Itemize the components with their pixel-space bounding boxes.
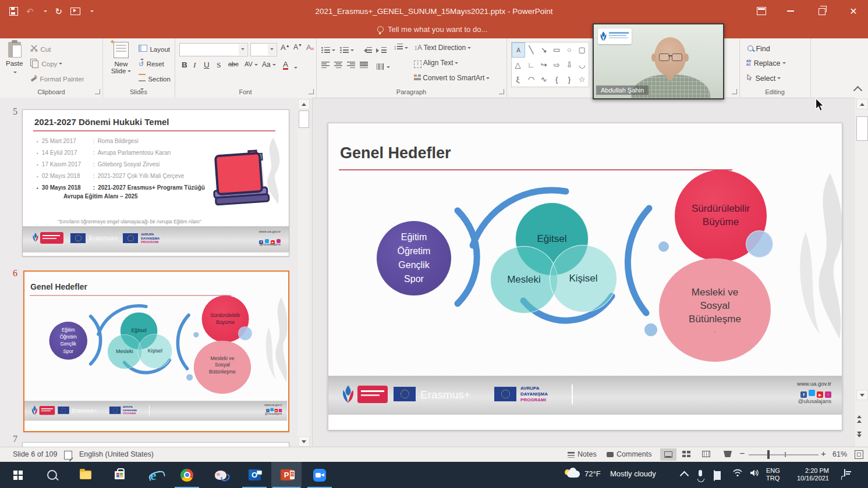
scroll-up-button[interactable] <box>856 99 868 109</box>
main-scrollbar[interactable] <box>855 98 868 447</box>
action-center-icon[interactable] <box>844 469 845 480</box>
text-direction-button[interactable]: ↕A Text Direction <box>414 44 471 52</box>
scroll-down-button[interactable] <box>856 390 868 400</box>
increase-font-size-button[interactable]: A▲ <box>281 43 290 52</box>
align-right-button[interactable] <box>347 62 355 68</box>
powerpoint-button[interactable]: P <box>271 462 302 488</box>
line-spacing-button[interactable]: ↕ <box>394 44 408 51</box>
venn-circle-left[interactable]: Mesleki <box>490 246 558 314</box>
change-case-button[interactable]: Aa <box>262 60 276 69</box>
file-explorer-button[interactable] <box>72 462 99 488</box>
shape-gallery-item[interactable]: ξ <box>512 72 524 86</box>
bullets-button[interactable] <box>321 45 335 55</box>
text-shadow-button[interactable]: S <box>217 60 221 70</box>
language-status[interactable]: English (United States) <box>79 450 154 458</box>
panel-scroll-down-button[interactable] <box>298 436 310 447</box>
slide5-thumbnail[interactable]: 2021-2027 Dönemi Hukuki Temel ▪25 Mart 2… <box>22 109 289 257</box>
slide-canvas[interactable]: Genel Hedefler EğitimÖğretimGençlikSpor … <box>328 123 842 430</box>
notes-button[interactable]: Notes <box>568 450 597 458</box>
shape-gallery-item[interactable]: △ <box>512 58 524 72</box>
shape-gallery-item[interactable]: ⇨ <box>551 58 563 72</box>
shape-gallery-item[interactable]: ○ <box>563 42 575 56</box>
tell-me-box[interactable]: Tell me what you want to do... <box>377 25 487 34</box>
shape-gallery-item[interactable]: ☆ <box>576 72 588 86</box>
numbering-button[interactable] <box>340 45 354 55</box>
find-button[interactable]: Find <box>747 43 770 54</box>
shape-gallery-item[interactable]: ╲ <box>525 42 537 56</box>
drawing-dialog-launcher-icon[interactable] <box>732 89 737 94</box>
restore-button[interactable] <box>809 0 835 22</box>
clipboard-dialog-launcher-icon[interactable] <box>95 89 100 94</box>
weather-temp[interactable]: 72°F <box>584 469 601 478</box>
font-dialog-launcher-icon[interactable] <box>309 89 314 94</box>
shape-gallery-item[interactable]: ▢ <box>576 42 588 56</box>
increase-indent-button[interactable] <box>376 45 387 55</box>
comments-button[interactable]: Comments <box>607 450 651 458</box>
convert-to-smartart-button[interactable]: Convert to SmartArt <box>414 74 490 82</box>
character-spacing-button[interactable]: AV <box>245 60 258 67</box>
zoom-slider-track[interactable] <box>749 454 819 455</box>
italic-button[interactable]: I <box>193 60 196 70</box>
format-painter-button[interactable]: Format Painter <box>30 73 84 84</box>
underline-button[interactable]: U <box>204 60 210 69</box>
redo-icon[interactable]: ↻ <box>55 7 63 16</box>
collapse-ribbon-icon[interactable] <box>853 86 863 95</box>
save-icon[interactable] <box>9 7 18 16</box>
venn-circle-left[interactable]: Mesleki <box>107 334 141 369</box>
wifi-icon[interactable] <box>732 469 743 477</box>
weather-desc[interactable]: Mostly cloudy <box>610 469 656 478</box>
normal-view-button[interactable] <box>660 448 676 461</box>
paste-button[interactable]: Paste <box>6 42 23 77</box>
panel-scrollbar[interactable] <box>297 98 309 447</box>
new-slide-button[interactable]: ✦ New Slide <box>108 42 134 74</box>
cut-button[interactable]: Cut <box>30 44 51 54</box>
previous-slide-button[interactable] <box>857 415 862 423</box>
shape-gallery-item[interactable]: A <box>512 42 525 58</box>
fit-slide-button[interactable] <box>855 450 863 459</box>
close-button[interactable]: ✕ <box>841 0 866 22</box>
bold-button[interactable]: B <box>182 60 187 69</box>
zoom-level[interactable]: 61% <box>832 450 847 458</box>
paragraph-dialog-launcher-icon[interactable] <box>499 89 504 94</box>
shape-gallery-item[interactable]: ⇩ <box>563 58 575 72</box>
zoom-out-button[interactable]: − <box>739 448 745 459</box>
ribbon-display-options-button[interactable] <box>749 0 774 22</box>
align-center-button[interactable] <box>334 62 342 68</box>
columns-button[interactable] <box>377 62 390 72</box>
zoom-slider-thumb[interactable] <box>767 450 770 459</box>
outlook-button[interactable]: O <box>241 462 268 488</box>
pink-circle[interactable]: Mesleki veSosyalBütünleşme. <box>659 258 771 362</box>
venn-circle-right[interactable]: Kişisel <box>138 334 172 368</box>
main-scrollbar-thumb[interactable] <box>856 116 868 141</box>
font-color-dropdown-icon[interactable] <box>294 67 297 70</box>
clear-formatting-button[interactable]: A <box>306 43 314 52</box>
slideshow-view-button[interactable] <box>724 451 732 459</box>
chrome-button[interactable] <box>173 462 200 488</box>
customize-qat-icon[interactable] <box>90 10 94 14</box>
undo-icon[interactable]: ↶ <box>26 7 34 16</box>
shape-gallery-item[interactable]: ∿ <box>538 72 550 86</box>
taskbar-search-button[interactable] <box>38 462 65 488</box>
internet-explorer-button[interactable]: e <box>140 462 166 488</box>
align-text-button[interactable]: ↕ Align Text <box>414 59 458 68</box>
volume-icon[interactable] <box>750 469 759 477</box>
next-slide-button[interactable] <box>857 432 862 437</box>
shape-gallery-item[interactable]: } <box>563 72 575 86</box>
language-switcher[interactable]: ENGTRQ <box>766 467 780 482</box>
decrease-indent-button[interactable] <box>362 45 372 55</box>
slide-sorter-view-button[interactable] <box>682 451 690 459</box>
select-button[interactable]: Select <box>747 73 781 83</box>
shape-gallery-item[interactable]: ↘ <box>538 42 550 56</box>
venn-circle-right[interactable]: Kişisel <box>550 245 617 312</box>
shape-gallery-item[interactable]: ◠ <box>525 72 537 86</box>
slide6-thumbnail[interactable]: Genel Hedefler EğitimÖğretimGençlikSpor … <box>23 270 289 432</box>
replace-button[interactable]: abac Replace <box>746 58 786 68</box>
zoom-app-button[interactable] <box>306 462 333 488</box>
start-slideshow-icon[interactable] <box>70 8 80 15</box>
microphone-icon[interactable] <box>699 468 704 482</box>
zoom-in-button[interactable]: + <box>821 448 826 458</box>
purple-circle[interactable]: EğitimÖğretimGençlikSpor <box>377 221 451 295</box>
clock[interactable]: 2:20 PM10/16/2021 <box>787 467 829 482</box>
shape-gallery-item[interactable]: ◡ <box>576 58 588 72</box>
copy-button[interactable]: Copy <box>30 58 62 69</box>
